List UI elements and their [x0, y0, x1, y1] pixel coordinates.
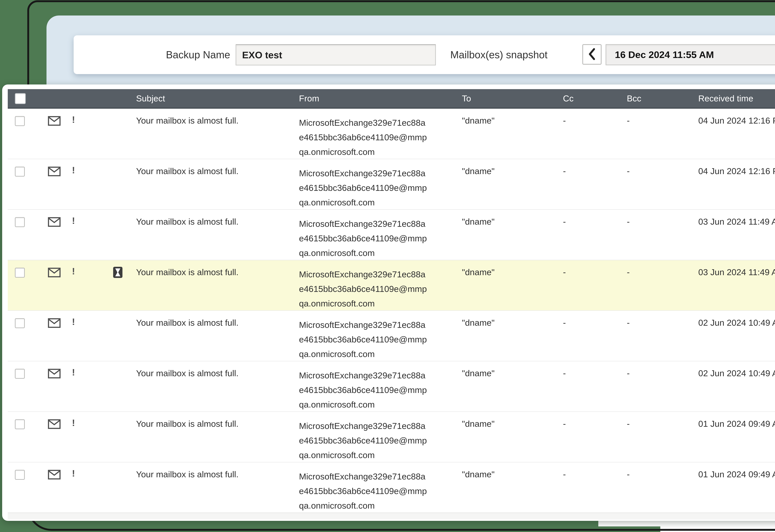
envelope-icon: [48, 318, 61, 328]
row-checkbox[interactable]: [15, 369, 25, 379]
table-row[interactable]: ! Your mailbox is almost full. Microsoft…: [8, 361, 775, 412]
row-checkbox[interactable]: [15, 470, 25, 480]
cell-subject: Your mailbox is almost full.: [136, 166, 238, 176]
cell-to: "dname": [462, 115, 495, 125]
cell-subject: Your mailbox is almost full.: [136, 267, 238, 277]
mail-items-table: Subject From To Cc Bcc Received time Sen…: [2, 84, 775, 521]
cell-received-time: 04 Jun 2024 12:16 PM: [698, 166, 775, 176]
cell-bcc: -: [627, 368, 630, 378]
cell-subject: Your mailbox is almost full.: [136, 318, 238, 328]
cell-received-time: 02 Jun 2024 10:49 AM: [698, 368, 775, 378]
envelope-icon: [48, 217, 61, 227]
backup-name-input[interactable]: [235, 44, 436, 65]
cell-from: MicrosoftExchange329e71ec88ae4615bbc36ab…: [299, 318, 427, 361]
cell-to: "dname": [462, 419, 495, 429]
cell-from: MicrosoftExchange329e71ec88ae4615bbc36ab…: [299, 368, 427, 412]
table-row[interactable]: ! Your mailbox is almost full. Microsoft…: [8, 159, 775, 210]
row-checkbox[interactable]: [15, 167, 25, 176]
cell-bcc: -: [627, 216, 630, 226]
cell-bcc: -: [627, 469, 630, 479]
table-row[interactable]: ! Your mailbox is almost full. Microsoft…: [8, 210, 775, 260]
cell-bcc: -: [627, 419, 630, 429]
envelope-icon: [48, 116, 61, 126]
horizontal-scrollbar[interactable]: [8, 513, 775, 520]
chevron-left-icon: [587, 47, 597, 62]
cell-received-time: 02 Jun 2024 10:49 AM: [698, 318, 775, 328]
cell-cc: -: [563, 267, 566, 277]
cell-bcc: -: [627, 318, 630, 328]
snapshot-label: Mailbox(es) snapshot: [450, 35, 548, 74]
envelope-icon: [48, 419, 61, 429]
snapshot-toolbar: Backup Name Mailbox(es) snapshot 16 Dec …: [74, 35, 775, 74]
cell-bcc: -: [627, 267, 630, 277]
cell-from: MicrosoftExchange329e71ec88ae4615bbc36ab…: [299, 267, 427, 311]
cell-received-time: 03 Jun 2024 11:49 AM: [698, 267, 775, 277]
cell-cc: -: [563, 368, 566, 378]
importance-icon: !: [72, 215, 75, 226]
envelope-icon: [48, 470, 61, 480]
cell-cc: -: [563, 318, 566, 328]
hourglass-marker-icon: [113, 267, 122, 278]
row-checkbox[interactable]: [15, 419, 25, 429]
importance-icon: !: [72, 317, 75, 327]
table-row[interactable]: ! Your mailbox is almost full. Microsoft…: [8, 311, 775, 361]
table-row[interactable]: ! Your mailbox is almost full. Microsoft…: [8, 109, 775, 159]
previous-snapshot-button[interactable]: [582, 44, 602, 65]
row-checkbox[interactable]: [15, 268, 25, 278]
row-checkbox[interactable]: [15, 217, 25, 227]
cell-cc: -: [563, 166, 566, 176]
table-row[interactable]: ! Your mailbox is almost full. Microsoft…: [8, 462, 775, 513]
row-checkbox[interactable]: [15, 116, 25, 126]
cell-subject: Your mailbox is almost full.: [136, 419, 238, 429]
backup-name-label: Backup Name: [139, 35, 230, 74]
snapshot-date-value[interactable]: 16 Dec 2024 11:55 AM: [606, 44, 775, 65]
cell-from: MicrosoftExchange329e71ec88ae4615bbc36ab…: [299, 115, 427, 159]
importance-icon: !: [72, 266, 75, 277]
importance-icon: !: [72, 165, 75, 175]
snapshot-date-group: 16 Dec 2024 11:55 AM: [606, 44, 775, 65]
importance-icon: !: [72, 468, 75, 479]
importance-icon: !: [72, 418, 75, 428]
cell-received-time: 01 Jun 2024 09:49 AM: [698, 469, 775, 479]
cell-cc: -: [563, 115, 566, 125]
importance-icon: !: [72, 114, 75, 125]
cell-subject: Your mailbox is almost full.: [136, 469, 238, 479]
cell-bcc: -: [627, 115, 630, 125]
row-checkbox[interactable]: [15, 318, 25, 328]
table-row[interactable]: ! Your mailbox is almost full. Microsoft…: [8, 412, 775, 462]
cell-to: "dname": [462, 216, 495, 226]
cell-subject: Your mailbox is almost full.: [136, 368, 238, 378]
cell-from: MicrosoftExchange329e71ec88ae4615bbc36ab…: [299, 166, 427, 210]
cell-subject: Your mailbox is almost full.: [136, 115, 238, 125]
envelope-icon: [48, 166, 61, 176]
cell-cc: -: [563, 216, 566, 226]
cell-from: MicrosoftExchange329e71ec88ae4615bbc36ab…: [299, 469, 427, 513]
envelope-icon: [48, 268, 61, 278]
cell-received-time: 04 Jun 2024 12:16 PM: [698, 115, 775, 125]
cell-to: "dname": [462, 267, 495, 277]
cell-to: "dname": [462, 368, 495, 378]
cell-to: "dname": [462, 166, 495, 176]
cell-from: MicrosoftExchange329e71ec88ae4615bbc36ab…: [299, 216, 427, 260]
cell-subject: Your mailbox is almost full.: [136, 216, 238, 226]
cell-to: "dname": [462, 469, 495, 479]
cell-received-time: 01 Jun 2024 09:49 AM: [698, 419, 775, 429]
envelope-icon: [48, 369, 61, 379]
cell-received-time: 03 Jun 2024 11:49 AM: [698, 216, 775, 226]
cell-from: MicrosoftExchange329e71ec88ae4615bbc36ab…: [299, 419, 427, 462]
importance-icon: !: [72, 367, 75, 378]
table-row[interactable]: ! Your mailbox is almost full. Microsoft…: [8, 260, 775, 311]
cell-cc: -: [563, 419, 566, 429]
cell-bcc: -: [627, 166, 630, 176]
cell-cc: -: [563, 469, 566, 479]
cell-to: "dname": [462, 318, 495, 328]
table-body: ! Your mailbox is almost full. Microsoft…: [8, 84, 775, 521]
